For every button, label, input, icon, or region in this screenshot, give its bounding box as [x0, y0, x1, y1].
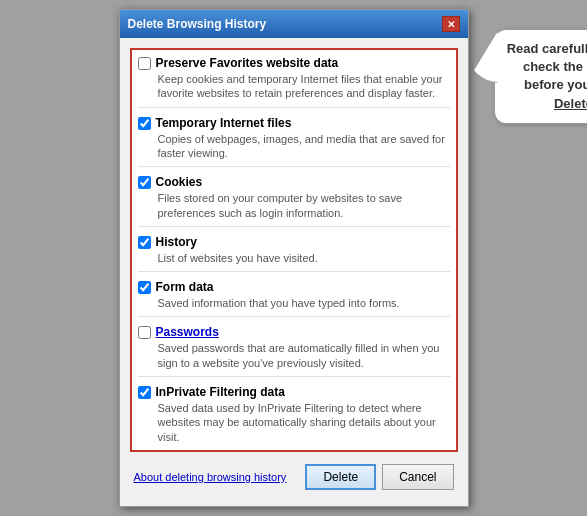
callout-delete-label: Delete [554, 96, 587, 111]
cookies-desc: Files stored on your computer by website… [138, 191, 450, 220]
passwords-title: Passwords [156, 325, 219, 339]
about-link[interactable]: About deleting browsing history [134, 471, 287, 483]
outer-wrapper: Delete Browsing History ✕ Preserve Favor… [119, 9, 469, 507]
delete-button[interactable]: Delete [305, 464, 376, 490]
dialog-footer: About deleting browsing history Delete C… [130, 460, 458, 496]
item-header: Cookies [138, 175, 450, 189]
inprivate-checkbox[interactable] [138, 386, 151, 399]
list-item: Preserve Favorites website data Keep coo… [138, 56, 450, 108]
temp-files-title: Temporary Internet files [156, 116, 292, 130]
cookies-checkbox[interactable] [138, 176, 151, 189]
dialog-title: Delete Browsing History [128, 17, 267, 31]
title-bar-buttons: ✕ [442, 16, 460, 32]
inprivate-desc: Saved data used by InPrivate Filtering t… [138, 401, 450, 444]
item-header: InPrivate Filtering data [138, 385, 450, 399]
footer-buttons: Delete Cancel [305, 464, 453, 490]
list-item: Form data Saved information that you hav… [138, 280, 450, 317]
callout-bubble: Read carefully as you check the boxes be… [494, 29, 588, 124]
list-item: Cookies Files stored on your computer by… [138, 175, 450, 227]
dialog-body: Preserve Favorites website data Keep coo… [120, 38, 468, 506]
passwords-desc: Saved passwords that are automatically f… [138, 341, 450, 370]
passwords-checkbox[interactable] [138, 326, 151, 339]
form-data-desc: Saved information that you have typed in… [138, 296, 450, 310]
temp-files-desc: Copies of webpages, images, and media th… [138, 132, 450, 161]
inprivate-title: InPrivate Filtering data [156, 385, 285, 399]
dialog-window: Delete Browsing History ✕ Preserve Favor… [119, 9, 469, 507]
item-header: Preserve Favorites website data [138, 56, 450, 70]
form-data-checkbox[interactable] [138, 281, 151, 294]
favorites-title: Preserve Favorites website data [156, 56, 339, 70]
cookies-title: Cookies [156, 175, 203, 189]
list-item: History List of websites you have visite… [138, 235, 450, 272]
item-header: Passwords [138, 325, 450, 339]
favorites-checkbox[interactable] [138, 57, 151, 70]
favorites-desc: Keep cookies and temporary Internet file… [138, 72, 450, 101]
cancel-button[interactable]: Cancel [382, 464, 453, 490]
history-desc: List of websites you have visited. [138, 251, 450, 265]
item-header: Form data [138, 280, 450, 294]
list-item: Temporary Internet files Copies of webpa… [138, 116, 450, 168]
form-data-title: Form data [156, 280, 214, 294]
list-item: Passwords Saved passwords that are autom… [138, 325, 450, 377]
item-header: History [138, 235, 450, 249]
callout-text: Read carefully as you check the boxes be… [507, 41, 587, 111]
items-container: Preserve Favorites website data Keep coo… [130, 48, 458, 452]
title-bar: Delete Browsing History ✕ [120, 10, 468, 38]
item-header: Temporary Internet files [138, 116, 450, 130]
history-checkbox[interactable] [138, 236, 151, 249]
close-button[interactable]: ✕ [442, 16, 460, 32]
history-title: History [156, 235, 197, 249]
list-item: InPrivate Filtering data Saved data used… [138, 385, 450, 444]
temp-files-checkbox[interactable] [138, 117, 151, 130]
